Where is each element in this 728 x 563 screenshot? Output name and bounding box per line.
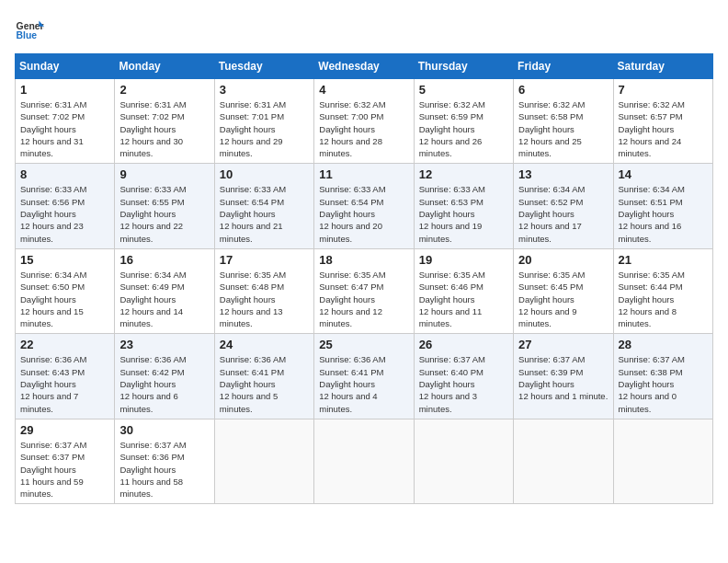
day-info: Sunrise: 6:34 AMSunset: 6:51 PMDaylight … <box>619 184 685 243</box>
page-header: General Blue <box>15 15 713 44</box>
calendar-cell: 20 Sunrise: 6:35 AMSunset: 6:45 PMDaylig… <box>514 248 613 333</box>
day-number: 30 <box>119 423 209 437</box>
day-number: 13 <box>518 167 608 181</box>
day-info: Sunrise: 6:34 AMSunset: 6:50 PMDaylight … <box>20 270 86 328</box>
day-info: Sunrise: 6:33 AMSunset: 6:54 PMDaylight … <box>319 184 385 243</box>
day-info: Sunrise: 6:31 AMSunset: 7:01 PMDaylight … <box>220 99 286 158</box>
week-row: 22 Sunrise: 6:36 AMSunset: 6:43 PMDaylig… <box>16 334 713 419</box>
calendar-cell <box>613 419 712 503</box>
calendar-cell: 28 Sunrise: 6:37 AMSunset: 6:38 PMDaylig… <box>613 334 712 419</box>
day-info: Sunrise: 6:37 AMSunset: 6:40 PMDaylight … <box>419 354 485 413</box>
calendar-cell: 5 Sunrise: 6:32 AMSunset: 6:59 PMDayligh… <box>414 79 513 164</box>
day-number: 21 <box>619 253 708 267</box>
weekday-monday: Monday <box>115 54 214 79</box>
day-info: Sunrise: 6:33 AMSunset: 6:54 PMDaylight … <box>220 184 286 243</box>
logo-icon: General Blue <box>15 15 44 44</box>
day-info: Sunrise: 6:33 AMSunset: 6:53 PMDaylight … <box>419 184 485 243</box>
day-info: Sunrise: 6:36 AMSunset: 6:41 PMDaylight … <box>220 354 286 413</box>
day-number: 10 <box>220 167 309 181</box>
day-info: Sunrise: 6:37 AMSunset: 6:37 PMDaylight … <box>20 440 86 499</box>
day-info: Sunrise: 6:32 AMSunset: 6:57 PMDaylight … <box>619 99 685 158</box>
day-number: 9 <box>119 167 209 181</box>
calendar-cell: 30 Sunrise: 6:37 AMSunset: 6:36 PMDaylig… <box>115 419 214 503</box>
day-number: 26 <box>419 338 508 351</box>
calendar-cell <box>214 419 313 503</box>
week-row: 1 Sunrise: 6:31 AMSunset: 7:02 PMDayligh… <box>16 79 713 164</box>
weekday-friday: Friday <box>514 54 613 79</box>
day-number: 17 <box>220 253 309 267</box>
day-info: Sunrise: 6:35 AMSunset: 6:48 PMDaylight … <box>220 270 286 328</box>
calendar-cell: 15 Sunrise: 6:34 AMSunset: 6:50 PMDaylig… <box>16 248 115 333</box>
calendar-cell: 4 Sunrise: 6:32 AMSunset: 7:00 PMDayligh… <box>314 79 414 164</box>
calendar-cell: 23 Sunrise: 6:36 AMSunset: 6:42 PMDaylig… <box>115 334 214 419</box>
day-info: Sunrise: 6:31 AMSunset: 7:02 PMDaylight … <box>20 99 86 158</box>
calendar-cell: 19 Sunrise: 6:35 AMSunset: 6:46 PMDaylig… <box>414 248 513 333</box>
day-number: 18 <box>319 253 408 267</box>
day-number: 19 <box>419 253 508 267</box>
day-info: Sunrise: 6:37 AMSunset: 6:38 PMDaylight … <box>619 354 685 413</box>
day-info: Sunrise: 6:31 AMSunset: 7:02 PMDaylight … <box>119 99 186 158</box>
calendar-cell: 26 Sunrise: 6:37 AMSunset: 6:40 PMDaylig… <box>414 334 513 419</box>
calendar-cell: 14 Sunrise: 6:34 AMSunset: 6:51 PMDaylig… <box>613 164 712 248</box>
week-row: 8 Sunrise: 6:33 AMSunset: 6:56 PMDayligh… <box>16 164 713 248</box>
calendar-cell <box>414 419 513 503</box>
calendar-cell: 29 Sunrise: 6:37 AMSunset: 6:37 PMDaylig… <box>16 419 115 503</box>
day-number: 16 <box>119 253 209 267</box>
day-number: 20 <box>518 253 608 267</box>
calendar-cell: 6 Sunrise: 6:32 AMSunset: 6:58 PMDayligh… <box>514 79 613 164</box>
calendar-cell: 22 Sunrise: 6:36 AMSunset: 6:43 PMDaylig… <box>16 334 115 419</box>
day-info: Sunrise: 6:34 AMSunset: 6:52 PMDaylight … <box>518 184 585 243</box>
day-number: 1 <box>20 83 109 97</box>
day-info: Sunrise: 6:36 AMSunset: 6:42 PMDaylight … <box>119 354 186 413</box>
weekday-tuesday: Tuesday <box>214 54 313 79</box>
calendar-cell: 13 Sunrise: 6:34 AMSunset: 6:52 PMDaylig… <box>514 164 613 248</box>
day-number: 14 <box>619 167 708 181</box>
calendar-cell: 27 Sunrise: 6:37 AMSunset: 6:39 PMDaylig… <box>514 334 613 419</box>
day-info: Sunrise: 6:37 AMSunset: 6:36 PMDaylight … <box>119 440 186 499</box>
calendar-cell: 9 Sunrise: 6:33 AMSunset: 6:55 PMDayligh… <box>115 164 214 248</box>
calendar-cell <box>514 419 613 503</box>
day-number: 24 <box>220 338 309 351</box>
weekday-thursday: Thursday <box>414 54 513 79</box>
day-info: Sunrise: 6:35 AMSunset: 6:44 PMDaylight … <box>619 270 685 328</box>
calendar-cell: 17 Sunrise: 6:35 AMSunset: 6:48 PMDaylig… <box>214 248 313 333</box>
day-info: Sunrise: 6:37 AMSunset: 6:39 PMDaylight … <box>518 354 608 401</box>
day-number: 22 <box>20 338 109 351</box>
weekday-saturday: Saturday <box>613 54 712 79</box>
day-number: 3 <box>220 83 309 97</box>
day-number: 2 <box>119 83 209 97</box>
day-info: Sunrise: 6:34 AMSunset: 6:49 PMDaylight … <box>119 270 186 328</box>
calendar-cell: 12 Sunrise: 6:33 AMSunset: 6:53 PMDaylig… <box>414 164 513 248</box>
day-number: 6 <box>518 83 608 97</box>
calendar-cell: 11 Sunrise: 6:33 AMSunset: 6:54 PMDaylig… <box>314 164 414 248</box>
week-row: 29 Sunrise: 6:37 AMSunset: 6:37 PMDaylig… <box>16 419 713 503</box>
day-number: 8 <box>20 167 109 181</box>
day-info: Sunrise: 6:36 AMSunset: 6:43 PMDaylight … <box>20 354 86 413</box>
calendar-cell: 8 Sunrise: 6:33 AMSunset: 6:56 PMDayligh… <box>16 164 115 248</box>
calendar-cell: 21 Sunrise: 6:35 AMSunset: 6:44 PMDaylig… <box>613 248 712 333</box>
calendar-cell <box>314 419 414 503</box>
week-row: 15 Sunrise: 6:34 AMSunset: 6:50 PMDaylig… <box>16 248 713 333</box>
day-number: 25 <box>319 338 408 351</box>
calendar-cell: 10 Sunrise: 6:33 AMSunset: 6:54 PMDaylig… <box>214 164 313 248</box>
day-info: Sunrise: 6:33 AMSunset: 6:55 PMDaylight … <box>119 184 186 243</box>
day-number: 4 <box>319 83 408 97</box>
day-number: 11 <box>319 167 408 181</box>
day-number: 29 <box>20 423 109 437</box>
calendar-table: SundayMondayTuesdayWednesdayThursdayFrid… <box>15 53 713 504</box>
calendar-cell: 25 Sunrise: 6:36 AMSunset: 6:41 PMDaylig… <box>314 334 414 419</box>
svg-text:Blue: Blue <box>17 30 38 40</box>
day-info: Sunrise: 6:32 AMSunset: 7:00 PMDaylight … <box>319 99 385 158</box>
day-info: Sunrise: 6:32 AMSunset: 6:58 PMDaylight … <box>518 99 585 158</box>
calendar-cell: 24 Sunrise: 6:36 AMSunset: 6:41 PMDaylig… <box>214 334 313 419</box>
weekday-sunday: Sunday <box>16 54 115 79</box>
day-info: Sunrise: 6:32 AMSunset: 6:59 PMDaylight … <box>419 99 485 158</box>
weekday-header: SundayMondayTuesdayWednesdayThursdayFrid… <box>16 54 713 79</box>
day-number: 12 <box>419 167 508 181</box>
day-info: Sunrise: 6:35 AMSunset: 6:46 PMDaylight … <box>419 270 485 328</box>
calendar-cell: 2 Sunrise: 6:31 AMSunset: 7:02 PMDayligh… <box>115 79 214 164</box>
day-number: 5 <box>419 83 508 97</box>
day-number: 23 <box>119 338 209 351</box>
calendar-cell: 1 Sunrise: 6:31 AMSunset: 7:02 PMDayligh… <box>16 79 115 164</box>
weekday-wednesday: Wednesday <box>314 54 414 79</box>
